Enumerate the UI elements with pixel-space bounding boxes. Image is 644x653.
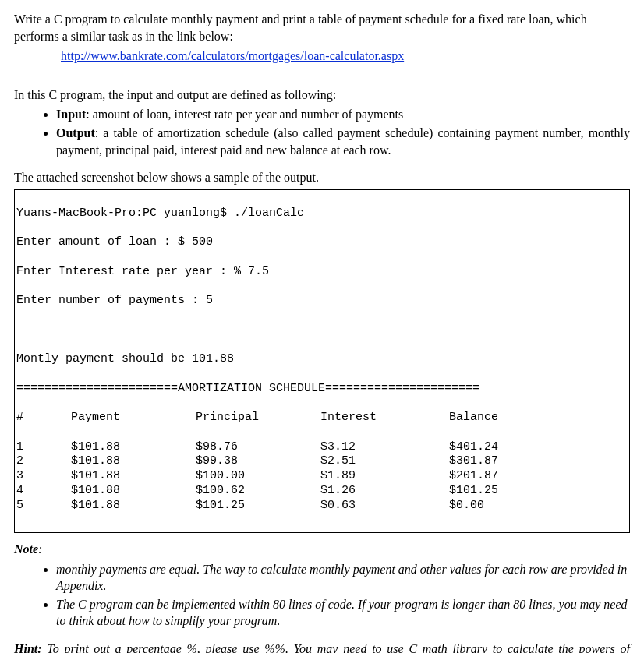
term-monthly-payment: Montly payment should be 101.88 (16, 352, 626, 367)
hint-label: Hint: (14, 642, 42, 653)
note-heading: Note: (14, 541, 630, 558)
table-row: 5$101.88$101.25$0.63$0.00 (16, 499, 626, 514)
terminal-output: Yuans-MacBook-Pro:PC yuanlong$ ./loanCal… (14, 189, 630, 533)
header-balance: Balance (449, 411, 566, 425)
table-cell: 2 (16, 454, 71, 469)
note-item-2: The C program can be implemented within … (56, 596, 630, 630)
term-prompt-3: Enter number of payments : 5 (16, 294, 626, 309)
table-cell: $301.87 (449, 454, 566, 469)
table-cell: 3 (16, 469, 71, 484)
table-cell: $101.88 (71, 454, 196, 469)
table-cell: $101.88 (71, 499, 196, 514)
table-cell: $101.25 (196, 499, 320, 514)
table-cell: $99.38 (196, 454, 320, 469)
table-cell: $100.00 (196, 469, 320, 484)
note-item-1: monthly payments are equal. The way to c… (56, 561, 630, 595)
header-principal: Principal (196, 411, 320, 425)
term-cmd: Yuans-MacBook-Pro:PC yuanlong$ ./loanCal… (16, 206, 626, 221)
table-cell: $100.62 (196, 484, 320, 499)
output-text: : a table of amortization schedule (also… (56, 126, 630, 157)
table-cell: $201.87 (449, 469, 566, 484)
output-label: Output (56, 126, 95, 139)
table-cell: $401.24 (449, 440, 566, 455)
header-num: # (16, 411, 71, 425)
term-blank (16, 323, 626, 338)
term-divider: =======================AMORTIZATION SCHE… (16, 382, 626, 397)
table-cell: $101.88 (71, 469, 196, 484)
input-text: : amount of loan, interest rate per year… (86, 108, 403, 121)
io-list: Input: amount of loan, interest rate per… (14, 106, 630, 158)
table-cell: $0.00 (449, 499, 566, 514)
hint-body-a: To print out a percentage %, please use … (14, 642, 630, 653)
header-payment: Payment (71, 411, 196, 425)
sample-lead: The attached screenshot below shows a sa… (14, 169, 630, 186)
table-cell: $101.25 (449, 484, 566, 499)
hint-paragraph: Hint: To print out a percentage %, pleas… (14, 641, 630, 653)
table-cell: 1 (16, 440, 71, 455)
table-cell: $1.89 (320, 469, 449, 484)
table-row: 3$101.88$100.00$1.89$201.87 (16, 469, 626, 484)
table-cell: $3.12 (320, 440, 449, 455)
table-row: 2$101.88$99.38$2.51$301.87 (16, 454, 626, 469)
reference-link[interactable]: http://www.bankrate.com/calculators/mort… (61, 48, 404, 65)
header-interest: Interest (320, 411, 449, 425)
table-row: 1$101.88$98.76$3.12$401.24 (16, 440, 626, 455)
table-cell: $2.51 (320, 454, 449, 469)
table-cell: 5 (16, 499, 71, 514)
term-header-row: #PaymentPrincipalInterestBalance (16, 411, 626, 425)
io-input-item: Input: amount of loan, interest rate per… (56, 106, 630, 123)
table-row: 4$101.88$100.62$1.26$101.25 (16, 484, 626, 499)
table-cell: 4 (16, 484, 71, 499)
problem-statement: Write a C program to calculate monthly p… (14, 11, 630, 44)
table-cell: $98.76 (196, 440, 320, 455)
table-cell: $0.63 (320, 499, 449, 514)
term-prompt-1: Enter amount of loan : $ 500 (16, 235, 626, 250)
table-cell: $101.88 (71, 484, 196, 499)
io-lead: In this C program, the input and output … (14, 86, 630, 104)
input-label: Input (56, 108, 86, 121)
term-prompt-2: Enter Interest rate per year : % 7.5 (16, 265, 626, 280)
note-list: monthly payments are equal. The way to c… (14, 561, 630, 630)
io-output-item: Output: a table of amortization schedule… (56, 125, 630, 158)
table-cell: $101.88 (71, 440, 196, 455)
table-cell: $1.26 (320, 484, 449, 499)
